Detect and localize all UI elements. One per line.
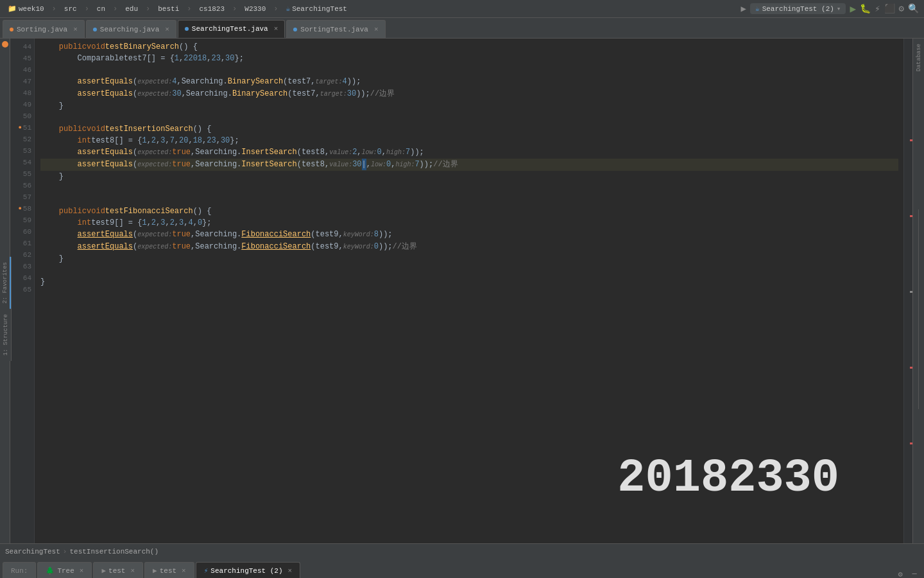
file-icon: ☕ [286, 4, 291, 13]
run-config-icon: ☕ [755, 4, 760, 13]
tab-close-searching[interactable]: × [165, 26, 169, 33]
searchingtest-run-icon: ⚡ [204, 566, 209, 575]
folder-icon: 📁 [8, 4, 17, 13]
topbar: 📁 week10 › src › cn › edu › besti › cs18… [0, 0, 924, 18]
tab-test-2[interactable]: ▶ test × [144, 562, 194, 578]
topbar-folder-src[interactable]: src [62, 4, 80, 14]
stop-button[interactable]: ⬛ [884, 3, 895, 14]
tab-close-test2[interactable]: × [182, 567, 186, 575]
code-line-49: } [40, 100, 898, 112]
breakpoint-indicator[interactable] [2, 41, 8, 48]
breadcrumb-sep: › [63, 548, 67, 556]
path-sep-2: › [85, 4, 89, 13]
path-sep-1: › [52, 4, 56, 13]
topbar-folder-cs1823[interactable]: cs1823 [196, 4, 227, 14]
tab-tree[interactable]: 🌲 Tree × [37, 562, 92, 578]
tab-run-label[interactable]: Run: [3, 562, 36, 578]
code-line-50 [40, 112, 898, 123]
breadcrumb-class[interactable]: SearchingTest [5, 548, 60, 556]
path-sep-3: › [113, 4, 117, 13]
test-icon-1: ▶ [101, 566, 106, 575]
code-line-62: } [40, 253, 898, 265]
tab-close-sortingtest[interactable]: × [374, 26, 379, 33]
sidebar-structure-label[interactable]: 1: Structure [1, 309, 10, 361]
sidebar-favorites-label[interactable]: 2: Favorites [1, 257, 11, 309]
topbar-folder-w2330[interactable]: W2330 [242, 4, 268, 14]
code-line-57 [40, 194, 898, 206]
topbar-folder-cn[interactable]: cn [94, 4, 108, 14]
code-line-55: } [40, 171, 898, 182]
tab-indicator [93, 28, 97, 31]
chevron-down-icon: ▾ [837, 4, 841, 13]
code-editor[interactable]: 44 45 46 47 48 49 50 ●51 52 53 54 55 56 … [10, 39, 903, 543]
left-sidebar-labels: 2: Favorites 1: Structure [0, 257, 12, 361]
run-label-text: Run: [11, 567, 28, 575]
code-line-46 [40, 64, 898, 76]
run-config-dropdown[interactable]: ▶ [741, 3, 746, 14]
run-tabs: Run: 🌲 Tree × ▶ test × ▶ test × ⚡ Search… [0, 560, 924, 578]
tab-close-tree[interactable]: × [80, 567, 84, 575]
right-markers [910, 39, 912, 543]
file-tabs: Sorting.java × Searching.java × Searchin… [0, 18, 924, 39]
path-sep-7: › [273, 4, 278, 13]
topbar-right: ▶ ☕ SearchingTest (2) ▾ ▶ 🐛 ⚡ ⬛ ⚙ 🔍 [741, 3, 919, 15]
tab-test-1[interactable]: ▶ test × [93, 562, 143, 578]
tab-close-searchingtest[interactable]: × [274, 25, 278, 33]
tab-sorting-java[interactable]: Sorting.java × [3, 20, 85, 38]
code-line-51: public void testInsertionSearch() { [40, 123, 898, 135]
vertical-label-database[interactable]: Database [916, 41, 922, 74]
code-line-61: assertEquals(expected: true,Searching.Fi… [40, 241, 898, 253]
code-line-65 [40, 288, 898, 299]
code-line-44: public void testBinarySearch() { [40, 41, 898, 53]
tab-searchingtest-run[interactable]: ⚡ SearchingTest (2) × [196, 562, 300, 578]
breadcrumb: SearchingTest › testInsertionSearch() [0, 543, 924, 559]
code-line-64: } [40, 276, 898, 288]
topbar-folder-besti[interactable]: besti [155, 4, 182, 14]
main-editor-area: 44 45 46 47 48 49 50 ●51 52 53 54 55 56 … [0, 39, 924, 543]
minimize-run-icon[interactable]: — [910, 570, 919, 578]
tab-searching-java[interactable]: Searching.java × [86, 20, 176, 38]
right-panel-icons: Database [912, 39, 924, 543]
line-numbers: 44 45 46 47 48 49 50 ●51 52 53 54 55 56 … [10, 39, 35, 543]
code-line-48: assertEquals(expected: 30,Searching.Bina… [40, 88, 898, 100]
code-line-52: int test8[] = {1,2,3,7,20,18,23,30}; [40, 135, 898, 146]
code-line-45: Comparable test7[] = {1,22018,23,30}; [40, 53, 898, 64]
code-line-58: public void testFibonacciSearch() { [40, 206, 898, 217]
code-line-60: assertEquals(expected: true,Searching.Fi… [40, 229, 898, 241]
breadcrumb-method[interactable]: testInsertionSearch() [69, 548, 158, 556]
settings-run-icon[interactable]: ⚙ [896, 570, 905, 578]
panel-divider [918, 209, 919, 409]
code-line-53: assertEquals(expected: true,Searching.In… [40, 146, 898, 159]
tab-sortingtest-java[interactable]: SortingTest.java × [286, 20, 385, 38]
code-line-47: assertEquals(expected: 4,Searching.Binar… [40, 76, 898, 88]
topbar-file-searchingtest[interactable]: ☕ SearchingTest [284, 3, 350, 14]
code-lines: public void testBinarySearch() { Compara… [35, 39, 903, 543]
test-icon-2: ▶ [153, 566, 157, 575]
run-tab-actions: ⚙ — [896, 570, 924, 578]
bottom-panel: Run: 🌲 Tree × ▶ test × ▶ test × ⚡ Search… [0, 559, 924, 578]
path-sep-5: › [187, 4, 191, 13]
code-line-54: assertEquals(expected: true,Searching.In… [40, 159, 898, 171]
tab-close-sorting[interactable]: × [73, 26, 78, 33]
topbar-folder-week10[interactable]: 📁 week10 [5, 3, 47, 14]
coverage-button[interactable]: ⚡ [875, 3, 880, 14]
code-line-63 [40, 265, 898, 276]
tab-close-searchingtest-run[interactable]: × [288, 567, 293, 575]
tab-indicator [185, 27, 189, 31]
topbar-folder-edu[interactable]: edu [123, 4, 141, 14]
tab-searchingtest-java[interactable]: SearchingTest.java × [178, 20, 285, 38]
settings-button[interactable]: ⚙ [899, 3, 904, 14]
tab-indicator [10, 28, 13, 31]
search-button[interactable]: 🔍 [908, 3, 919, 14]
code-line-56 [40, 182, 898, 194]
tree-icon: 🌲 [46, 566, 55, 575]
play-button[interactable]: ▶ [850, 3, 856, 15]
run-configuration[interactable]: ☕ SearchingTest (2) ▾ [750, 3, 846, 14]
tab-indicator [293, 28, 297, 31]
code-line-59: int test9[] = {1,2,3,2,3,4,0}; [40, 217, 898, 229]
path-sep-4: › [146, 4, 150, 13]
tab-close-test1[interactable]: × [130, 567, 135, 575]
path-sep-6: › [232, 4, 237, 13]
right-scroll-gutter[interactable] [903, 39, 912, 543]
debug-button[interactable]: 🐛 [860, 3, 871, 14]
